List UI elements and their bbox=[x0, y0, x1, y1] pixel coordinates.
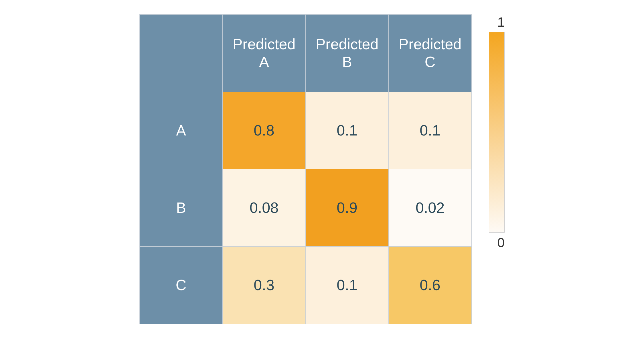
colorbar-wrapper: 1 0 bbox=[489, 14, 505, 250]
cell-a-b: 0.1 bbox=[306, 92, 389, 169]
row-a: A 0.8 0.1 0.1 bbox=[140, 92, 472, 169]
cell-c-c: 0.6 bbox=[389, 246, 472, 324]
colorbar-min-label: 0 bbox=[497, 235, 505, 250]
cell-c-a: 0.3 bbox=[223, 246, 306, 324]
header-predicted-b: PredictedB bbox=[306, 14, 389, 92]
row-label-c: C bbox=[140, 246, 223, 324]
header-row: PredictedA PredictedB PredictedC bbox=[140, 14, 472, 92]
cell-a-c: 0.1 bbox=[389, 92, 472, 169]
colorbar-max-label: 1 bbox=[497, 14, 505, 30]
colorbar-bar bbox=[489, 32, 505, 233]
cell-b-a: 0.08 bbox=[223, 169, 306, 246]
row-c: C 0.3 0.1 0.6 bbox=[140, 246, 472, 324]
header-predicted-c: PredictedC bbox=[389, 14, 472, 92]
cell-b-c: 0.02 bbox=[389, 169, 472, 246]
header-empty-cell bbox=[140, 14, 223, 92]
row-label-b: B bbox=[140, 169, 223, 246]
cell-c-b: 0.1 bbox=[306, 246, 389, 324]
cell-b-b: 0.9 bbox=[306, 169, 389, 246]
cell-a-a: 0.8 bbox=[223, 92, 306, 169]
row-label-a: A bbox=[140, 92, 223, 169]
confusion-matrix: PredictedA PredictedB PredictedC A 0.8 0… bbox=[139, 14, 472, 324]
row-b: B 0.08 0.9 0.02 bbox=[140, 169, 472, 246]
header-predicted-a: PredictedA bbox=[223, 14, 306, 92]
main-container: PredictedA PredictedB PredictedC A 0.8 0… bbox=[139, 14, 505, 324]
